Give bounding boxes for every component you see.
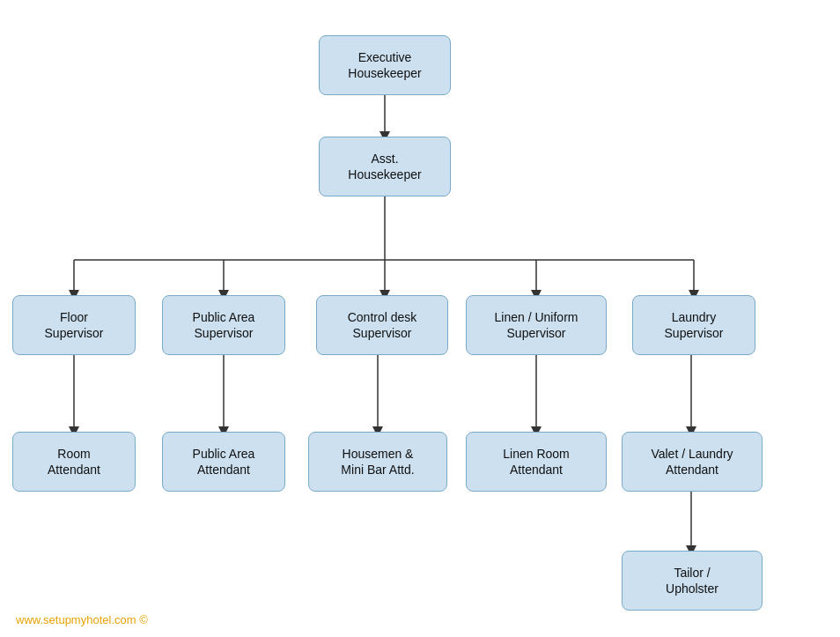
linen-room-attendant-node: Linen Room Attendant: [466, 432, 607, 492]
org-chart: Executive Housekeeper Asst. Housekeeper …: [0, 0, 840, 637]
public-area-supervisor-node: Public Area Supervisor: [162, 295, 285, 355]
valet-laundry-attendant-node: Valet / Laundry Attendant: [622, 432, 763, 492]
executive-housekeeper-node: Executive Housekeeper: [319, 35, 451, 95]
room-attendant-node: Room Attendant: [12, 432, 136, 492]
tailor-upholster-node: Tailor / Upholster: [622, 551, 763, 611]
watermark: www.setupmyhotel.com ©: [16, 613, 148, 626]
floor-supervisor-node: Floor Supervisor: [12, 295, 136, 355]
public-area-attendant-node: Public Area Attendant: [162, 432, 285, 492]
control-desk-supervisor-node: Control desk Supervisor: [316, 295, 448, 355]
laundry-supervisor-node: Laundry Supervisor: [632, 295, 755, 355]
asst-housekeeper-node: Asst. Housekeeper: [319, 137, 451, 196]
housemen-mini-bar-node: Housemen & Mini Bar Attd.: [308, 432, 447, 492]
linen-uniform-supervisor-node: Linen / Uniform Supervisor: [466, 295, 607, 355]
